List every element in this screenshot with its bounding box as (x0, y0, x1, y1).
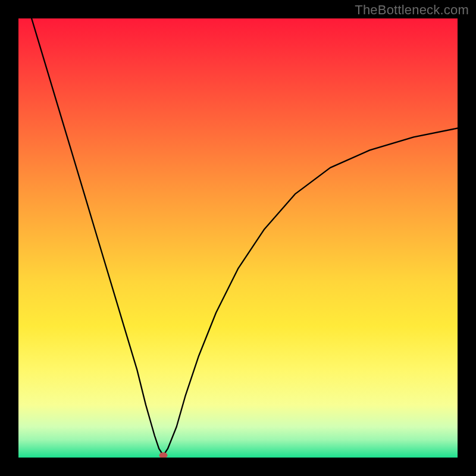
watermark-text: TheBottleneck.com (355, 2, 469, 18)
bottleneck-curve (18, 18, 458, 458)
curve-path (32, 18, 458, 455)
plot-area (18, 18, 458, 458)
chart-frame: TheBottleneck.com (0, 0, 476, 476)
min-marker (159, 452, 168, 458)
